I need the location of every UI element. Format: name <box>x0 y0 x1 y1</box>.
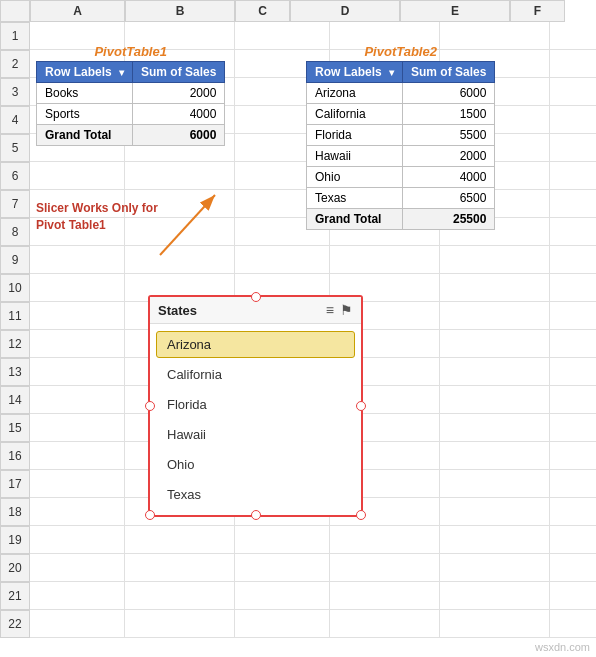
pivot2-val-1: 1500 <box>403 104 495 125</box>
grid-cell-r19-c5[interactable] <box>440 526 550 554</box>
grid-cell-r12-c6[interactable] <box>550 330 596 358</box>
slicer-handle-bottom[interactable] <box>251 510 261 520</box>
grid-cell-r14-c5[interactable] <box>440 386 550 414</box>
grid-cell-r7-c6[interactable] <box>550 190 596 218</box>
slicer-handle-bottom-right[interactable] <box>356 510 366 520</box>
row-num-1: 1 <box>0 22 30 50</box>
grid-cell-r21-c5[interactable] <box>440 582 550 610</box>
grid-cell-r20-c6[interactable] <box>550 554 596 582</box>
pivot1-table: Row Labels ▾ Sum of Sales Books2000Sport… <box>36 61 225 146</box>
grid-cell-r17-c6[interactable] <box>550 470 596 498</box>
slicer-note-line1: Slicer Works Only for <box>36 200 158 217</box>
row-num-2: 2 <box>0 50 30 78</box>
slicer-item-arizona[interactable]: Arizona <box>156 331 355 358</box>
corner-cell <box>0 0 30 22</box>
grid-cell-r18-c1[interactable] <box>30 498 125 526</box>
grid-cell-r20-c2[interactable] <box>125 554 235 582</box>
grid-cell-r15-c5[interactable] <box>440 414 550 442</box>
row-num-18: 18 <box>0 498 30 526</box>
grid-cell-r13-c6[interactable] <box>550 358 596 386</box>
grid-cell-r14-c1[interactable] <box>30 386 125 414</box>
grid-cell-r19-c3[interactable] <box>235 526 330 554</box>
grid-cell-r22-c6[interactable] <box>550 610 596 638</box>
grid-cell-r20-c3[interactable] <box>235 554 330 582</box>
pivot2-label-5: Texas <box>307 188 403 209</box>
grid-cell-r10-c6[interactable] <box>550 274 596 302</box>
pivot1-gt-value: 6000 <box>133 125 225 146</box>
grid-cell-r2-c6[interactable] <box>550 50 596 78</box>
grid-cell-r22-c1[interactable] <box>30 610 125 638</box>
grid-cell-r21-c2[interactable] <box>125 582 235 610</box>
grid-cell-r12-c5[interactable] <box>440 330 550 358</box>
grid-cell-r14-c6[interactable] <box>550 386 596 414</box>
grid-cell-r22-c2[interactable] <box>125 610 235 638</box>
grid-cell-r22-c4[interactable] <box>330 610 440 638</box>
grid-cell-r9-c4[interactable] <box>330 246 440 274</box>
pivot1-grand-total: Grand Total6000 <box>37 125 225 146</box>
grid-cell-r17-c5[interactable] <box>440 470 550 498</box>
grid-cell-r18-c5[interactable] <box>440 498 550 526</box>
pivot2-gt-label: Grand Total <box>307 209 403 230</box>
col-header-b: B <box>125 0 235 22</box>
row-num-15: 15 <box>0 414 30 442</box>
grid-cell-r9-c1[interactable] <box>30 246 125 274</box>
grid-cell-r16-c6[interactable] <box>550 442 596 470</box>
grid-cell-r12-c1[interactable] <box>30 330 125 358</box>
grid-cell-r19-c4[interactable] <box>330 526 440 554</box>
grid-cell-r10-c5[interactable] <box>440 274 550 302</box>
slicer-item-ohio[interactable]: Ohio <box>156 451 355 478</box>
grid-cell-r18-c6[interactable] <box>550 498 596 526</box>
row-num-9: 9 <box>0 246 30 274</box>
slicer-item-california[interactable]: California <box>156 361 355 388</box>
grid-cell-r17-c1[interactable] <box>30 470 125 498</box>
grid-cell-r11-c5[interactable] <box>440 302 550 330</box>
pivot2-row-1: California1500 <box>307 104 495 125</box>
grid-cell-r22-c5[interactable] <box>440 610 550 638</box>
slicer-handle-top[interactable] <box>251 292 261 302</box>
grid-cell-r21-c4[interactable] <box>330 582 440 610</box>
slicer-item-texas[interactable]: Texas <box>156 481 355 508</box>
grid-cell-r13-c5[interactable] <box>440 358 550 386</box>
grid-cell-r20-c4[interactable] <box>330 554 440 582</box>
grid-cell-r3-c6[interactable] <box>550 78 596 106</box>
grid-cell-r5-c6[interactable] <box>550 134 596 162</box>
row-num-17: 17 <box>0 470 30 498</box>
grid-cell-r19-c2[interactable] <box>125 526 235 554</box>
grid-cell-r19-c6[interactable] <box>550 526 596 554</box>
grid-cell-r9-c6[interactable] <box>550 246 596 274</box>
slicer-item-hawaii[interactable]: Hawaii <box>156 421 355 448</box>
grid-cell-r21-c1[interactable] <box>30 582 125 610</box>
grid-cell-r6-c6[interactable] <box>550 162 596 190</box>
slicer-widget[interactable]: States ≡ ⚑ ArizonaCaliforniaFloridaHawai… <box>148 295 363 517</box>
grid-cell-r8-c6[interactable] <box>550 218 596 246</box>
grid-cell-r9-c3[interactable] <box>235 246 330 274</box>
slicer-multiselect-icon[interactable]: ≡ <box>326 302 334 318</box>
grid-cell-r10-c1[interactable] <box>30 274 125 302</box>
grid-cell-r22-c3[interactable] <box>235 610 330 638</box>
grid-cell-r13-c1[interactable] <box>30 358 125 386</box>
grid-cell-r21-c3[interactable] <box>235 582 330 610</box>
grid-cell-r16-c1[interactable] <box>30 442 125 470</box>
slicer-item-florida[interactable]: Florida <box>156 391 355 418</box>
row-num-7: 7 <box>0 190 30 218</box>
grid-cell-r20-c1[interactable] <box>30 554 125 582</box>
grid-cell-r15-c6[interactable] <box>550 414 596 442</box>
grid-cell-r20-c5[interactable] <box>440 554 550 582</box>
grid-cell-r6-c1[interactable] <box>30 162 125 190</box>
grid-cell-r15-c1[interactable] <box>30 414 125 442</box>
slicer-clear-filter-icon[interactable]: ⚑ <box>340 302 353 318</box>
grid-cell-r9-c5[interactable] <box>440 246 550 274</box>
grid-cell-r21-c6[interactable] <box>550 582 596 610</box>
slicer-handle-right[interactable] <box>356 401 366 411</box>
grid-cell-r4-c6[interactable] <box>550 106 596 134</box>
grid-cell-r9-c2[interactable] <box>125 246 235 274</box>
grid-cell-r11-c6[interactable] <box>550 302 596 330</box>
grid-cell-r19-c1[interactable] <box>30 526 125 554</box>
grid-cell-r6-c2[interactable] <box>125 162 235 190</box>
slicer-handle-bottom-left[interactable] <box>145 510 155 520</box>
row-num-10: 10 <box>0 274 30 302</box>
grid-cell-r16-c5[interactable] <box>440 442 550 470</box>
grid-cell-r1-c6[interactable] <box>550 22 596 50</box>
slicer-handle-left[interactable] <box>145 401 155 411</box>
grid-cell-r11-c1[interactable] <box>30 302 125 330</box>
